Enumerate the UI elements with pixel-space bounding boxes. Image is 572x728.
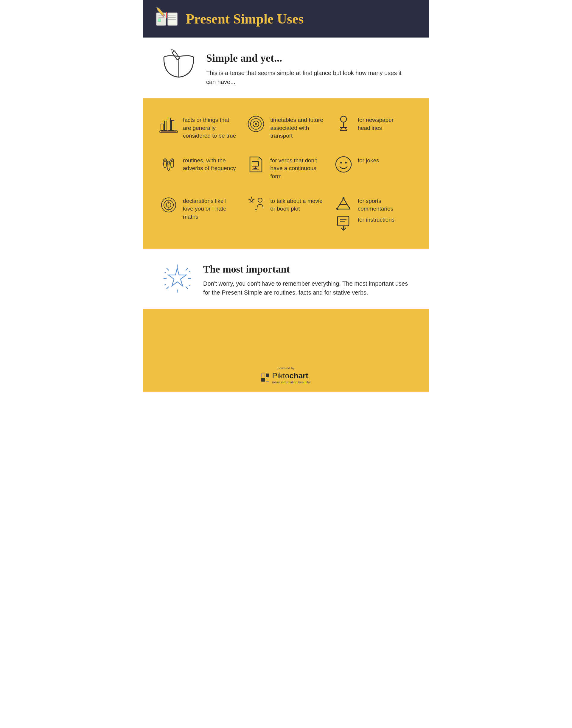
- use-text-instructions: for instructions: [358, 215, 395, 224]
- svg-rect-1: [168, 13, 177, 25]
- intro-body: This is a tense that seems simple at fir…: [206, 69, 411, 86]
- svg-rect-12: [166, 12, 167, 17]
- piktochart-wordmark: Piktochart make information beautiful: [272, 371, 310, 384]
- pik-sq-dark-top-right: [266, 373, 269, 377]
- svg-point-49: [336, 157, 351, 172]
- piktochart-tagline: make information beautiful: [272, 380, 310, 384]
- svg-line-73: [164, 272, 166, 273]
- star-person-icon: [247, 196, 265, 214]
- use-text-routines: routines, with the adverbs of frequency: [183, 155, 237, 172]
- dartboard-icon: [160, 196, 177, 214]
- important-body: Don't worry, you don't have to remember …: [203, 279, 411, 297]
- svg-line-76: [189, 285, 190, 286]
- use-text-jokes: for jokes: [358, 155, 379, 165]
- tablet-hand-icon: [335, 215, 352, 233]
- use-text-newspaper: for newspaper headlines: [358, 115, 412, 132]
- intro-heading: Simple and yet...: [206, 52, 411, 64]
- pik-sq-dark-bottom-left: [261, 378, 265, 381]
- svg-point-17: [171, 49, 173, 51]
- use-item-newspaper: for newspaper headlines: [330, 113, 417, 142]
- svg-line-74: [189, 271, 190, 272]
- document-icon: [247, 155, 265, 173]
- svg-rect-18: [161, 124, 163, 131]
- pik-sq-yellow-top-left: [261, 373, 265, 377]
- intro-book-pencil-icon: [161, 52, 197, 82]
- svg-marker-57: [249, 197, 254, 203]
- header: Present Simple Uses: [143, 0, 429, 38]
- important-section: The most important Don't worry, you don'…: [143, 249, 429, 309]
- svg-marker-64: [168, 268, 186, 286]
- piktochart-logo: powered by Piktochart make information b…: [261, 366, 310, 384]
- svg-rect-61: [338, 216, 349, 226]
- svg-point-58: [258, 198, 262, 202]
- svg-point-50: [340, 162, 342, 163]
- use-text-movie: to talk about a movie or book plot: [270, 196, 325, 213]
- svg-point-51: [345, 162, 347, 163]
- use-text-facts: facts or things that are generally consi…: [183, 115, 237, 140]
- use-item-verbs: for verbs that don't have a continuous f…: [242, 153, 330, 183]
- recycle-icon: [335, 196, 352, 214]
- piktochart-bold-part: chart: [289, 371, 308, 380]
- use-text-sports: for sports commentaries: [358, 196, 412, 213]
- header-title: Present Simple Uses: [186, 11, 303, 27]
- bottom-section: powered by Piktochart make information b…: [143, 309, 429, 392]
- svg-point-28: [255, 123, 257, 125]
- piktochart-name: Piktochart: [272, 371, 310, 380]
- important-star-icon: [161, 264, 194, 296]
- powered-by-text: powered by: [278, 366, 295, 370]
- use-item-instructions: for instructions: [330, 212, 417, 235]
- svg-rect-21: [171, 120, 174, 131]
- svg-line-72: [186, 268, 188, 270]
- svg-rect-5: [158, 19, 161, 22]
- svg-line-71: [167, 287, 169, 289]
- important-text-block: The most important Don't worry, you don'…: [203, 264, 411, 297]
- piktochart-brand: Piktochart make information beautiful: [261, 371, 310, 384]
- svg-line-36: [341, 128, 342, 131]
- use-text-declarations: declarations like I love you or I hate m…: [183, 196, 237, 221]
- intro-text-block: Simple and yet... This is a tense that s…: [206, 52, 411, 86]
- use-item-declarations: declarations like I love you or I hate m…: [155, 194, 242, 223]
- yellow-section: facts or things that are generally consi…: [143, 98, 429, 249]
- uses-grid: facts or things that are generally consi…: [155, 113, 417, 223]
- intro-section: Simple and yet... This is a tense that s…: [143, 38, 429, 98]
- header-book-icon: [155, 8, 179, 29]
- svg-line-69: [167, 268, 169, 270]
- svg-line-37: [345, 128, 347, 131]
- piktochart-squares-icon: [261, 373, 270, 382]
- svg-point-33: [341, 116, 347, 122]
- svg-line-75: [164, 284, 166, 285]
- smiley-icon: [335, 155, 352, 173]
- use-item-timetables: timetables and future associated with tr…: [242, 113, 330, 142]
- microphone-icon: [335, 115, 352, 133]
- use-item-routines: routines, with the adverbs of frequency: [155, 153, 242, 183]
- important-heading: The most important: [203, 264, 411, 275]
- target-icon: [247, 115, 265, 133]
- pik-sq-yellow-bottom-right: [266, 378, 269, 381]
- svg-rect-20: [168, 118, 170, 131]
- use-item-facts: facts or things that are generally consi…: [155, 113, 242, 142]
- bowling-icon: [160, 155, 177, 173]
- svg-rect-45: [252, 161, 259, 166]
- bar-chart-icon: [160, 115, 177, 133]
- use-text-timetables: timetables and future associated with tr…: [270, 115, 325, 140]
- svg-rect-19: [164, 121, 167, 131]
- svg-marker-16: [171, 49, 174, 53]
- use-text-verbs: for verbs that don't have a continuous f…: [270, 155, 325, 180]
- use-item-movie: to talk about a movie or book plot: [242, 194, 330, 223]
- use-item-jokes: for jokes: [330, 153, 417, 183]
- svg-line-70: [186, 287, 188, 289]
- svg-rect-15: [172, 51, 180, 60]
